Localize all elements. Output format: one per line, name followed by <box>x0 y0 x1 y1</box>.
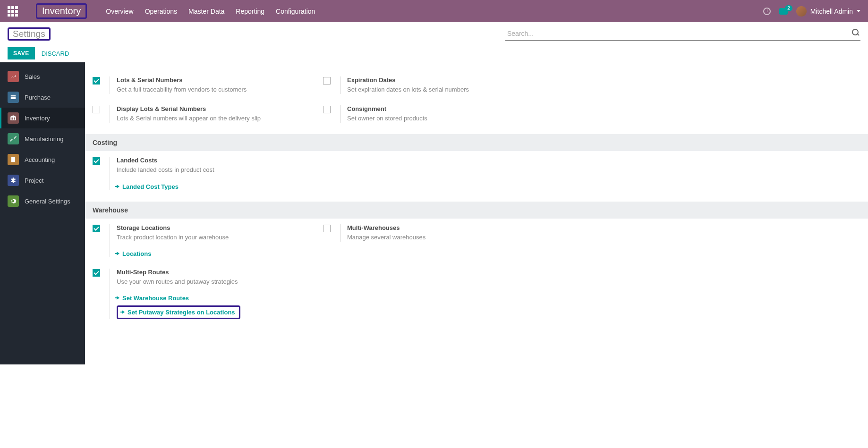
sidebar-item-purchase[interactable]: Purchase <box>0 87 85 108</box>
setting-title: Landed Costs <box>117 157 323 164</box>
arrow-right-icon <box>122 310 125 314</box>
main-content: Lots & Serial Numbers Get a full traceab… <box>85 62 868 364</box>
sidebar-item-label: Purchase <box>25 94 51 101</box>
nav-configuration[interactable]: Configuration <box>276 8 315 15</box>
search-wrap <box>505 27 860 41</box>
link-set-putaway-strategies[interactable]: Set Putaway Strategies on Locations <box>117 305 240 319</box>
checkbox[interactable] <box>323 225 331 232</box>
sidebar-item-sales[interactable]: Sales <box>0 66 85 87</box>
setting-title: Storage Locations <box>117 224 323 231</box>
sidebar-item-project[interactable]: Project <box>0 170 85 191</box>
sidebar-item-inventory[interactable]: Inventory <box>0 108 85 128</box>
setting-title: Display Lots & Serial Numbers <box>117 105 323 112</box>
setting-desc: Set expiration dates on lots & serial nu… <box>347 85 553 94</box>
avatar <box>796 6 807 17</box>
nav-reporting[interactable]: Reporting <box>236 8 264 15</box>
nav-master-data[interactable]: Master Data <box>188 8 224 15</box>
link-landed-cost-types[interactable]: Landed Cost Types <box>117 183 179 190</box>
setting-landed-costs: Landed Costs Include landed costs in pro… <box>93 151 323 195</box>
setting-desc: Lots & Serial numbers will appear on the… <box>117 114 323 123</box>
subheader: Settings SAVE DISCARD <box>0 22 868 62</box>
checkbox[interactable] <box>323 77 331 85</box>
save-button[interactable]: SAVE <box>8 47 35 59</box>
setting-storage-locations: Storage Locations Track product location… <box>93 219 323 263</box>
setting-lots-serial: Lots & Serial Numbers Get a full traceab… <box>93 71 323 100</box>
setting-title: Lots & Serial Numbers <box>117 76 323 84</box>
sidebar-item-manufacturing[interactable]: Manufacturing <box>0 128 85 149</box>
sidebar-item-accounting[interactable]: Accounting <box>0 149 85 170</box>
link-locations[interactable]: Locations <box>117 250 151 257</box>
setting-desc: Set owner on stored products <box>347 114 553 123</box>
topbar: Inventory Overview Operations Master Dat… <box>0 0 868 22</box>
setting-desc: Manage several warehouses <box>347 233 553 242</box>
sidebar-item-label: Inventory <box>25 115 50 122</box>
messages-badge: 2 <box>785 5 792 11</box>
clock-icon[interactable] <box>763 8 771 15</box>
page-title: Settings <box>8 27 51 41</box>
sidebar-item-label: General Settings <box>25 198 70 205</box>
search-input[interactable] <box>505 27 860 41</box>
checkbox[interactable] <box>93 157 100 165</box>
checkbox[interactable] <box>93 77 100 85</box>
arrow-right-icon <box>117 296 119 300</box>
section-header-costing: Costing <box>85 134 868 151</box>
setting-title: Expiration Dates <box>347 76 553 84</box>
apps-icon[interactable] <box>8 6 18 17</box>
setting-desc: Get a full traceability from vendors to … <box>117 85 323 94</box>
checkbox[interactable] <box>93 106 100 113</box>
sidebar-item-label: Manufacturing <box>25 135 63 143</box>
discard-button[interactable]: DISCARD <box>42 50 69 57</box>
nav-overview[interactable]: Overview <box>106 8 133 15</box>
sidebar-item-label: Sales <box>25 73 40 80</box>
sidebar-item-label: Accounting <box>25 156 55 163</box>
section-header-warehouse: Warehouse <box>85 202 868 219</box>
nav-operations[interactable]: Operations <box>145 8 177 15</box>
setting-title: Consignment <box>347 105 553 112</box>
setting-desc: Use your own routes and putaway strategi… <box>117 278 323 286</box>
checkbox[interactable] <box>93 225 100 232</box>
checkbox[interactable] <box>323 106 331 113</box>
setting-desc: Include landed costs in product cost <box>117 166 323 174</box>
setting-title: Multi-Step Routes <box>117 269 323 276</box>
messages-icon[interactable]: 2 <box>779 8 788 15</box>
arrow-right-icon <box>117 252 119 255</box>
setting-expiration-dates: Expiration Dates Set expiration dates on… <box>323 71 553 100</box>
user-menu[interactable]: Mitchell Admin <box>796 6 860 17</box>
setting-desc: Track product location in your warehouse <box>117 233 323 242</box>
search-icon[interactable] <box>852 29 859 35</box>
arrow-right-icon <box>117 185 119 188</box>
setting-consignment: Consignment Set owner on stored products <box>323 100 553 128</box>
sidebar-item-general-settings[interactable]: General Settings <box>0 191 85 211</box>
sidebar-item-label: Project <box>25 177 43 184</box>
user-name: Mitchell Admin <box>810 8 853 15</box>
chevron-down-icon <box>857 10 860 12</box>
setting-multi-warehouses: Multi-Warehouses Manage several warehous… <box>323 219 553 247</box>
app-brand[interactable]: Inventory <box>36 3 87 19</box>
setting-title: Multi-Warehouses <box>347 224 553 231</box>
link-set-warehouse-routes[interactable]: Set Warehouse Routes <box>117 295 189 302</box>
setting-multi-step-routes: Multi-Step Routes Use your own routes an… <box>93 263 323 325</box>
top-nav: Overview Operations Master Data Reportin… <box>106 8 315 15</box>
setting-display-lots: Display Lots & Serial Numbers Lots & Ser… <box>93 100 323 128</box>
topbar-right: 2 Mitchell Admin <box>763 6 860 17</box>
checkbox[interactable] <box>93 269 100 277</box>
sidebar: Sales Purchase Inventory Manufacturing A… <box>0 62 85 364</box>
